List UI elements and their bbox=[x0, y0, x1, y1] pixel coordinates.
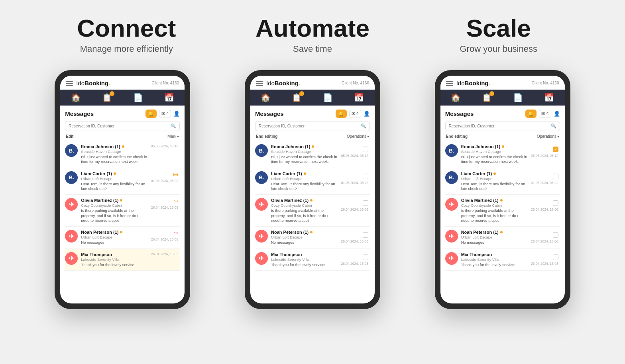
msg-checkbox[interactable] bbox=[553, 232, 558, 238]
table-row[interactable]: B. Emma Johnson (1) Seaside Haven Cottag… bbox=[255, 141, 370, 168]
filter-bell-3[interactable]: 🔔 bbox=[525, 110, 537, 118]
nav-calendar-2[interactable]: 📅 bbox=[354, 93, 364, 102]
nav-notifications-1[interactable]: 📋 + bbox=[102, 93, 112, 102]
filter-user-3[interactable]: 👤 bbox=[554, 111, 560, 117]
search-input-1[interactable] bbox=[69, 124, 171, 128]
table-row[interactable]: ✈ Mia Thompson Lakeside Serenity Villa T… bbox=[445, 249, 560, 271]
msg-checkbox-checked[interactable]: ✓ bbox=[553, 147, 558, 152]
filter-bell-2[interactable]: 🔔 bbox=[336, 110, 347, 118]
operations-label-2[interactable]: Operations ▾ bbox=[347, 134, 369, 139]
phones-row: IdoBooking. Client No. 4160 🏠 📋 + 📄 📅 Me… bbox=[33, 70, 592, 309]
msg-meta: 26.04.2024, 15:06 bbox=[340, 198, 368, 211]
nav-calendar-3[interactable]: 📅 bbox=[544, 93, 554, 102]
avatar: ✈ bbox=[255, 230, 268, 243]
table-row[interactable]: ✈ Olivia Martinez (1) Cozy Countryside C… bbox=[65, 195, 180, 227]
msg-list-1: B. Emma Johnson (1) Seaside Haven Cottag… bbox=[65, 141, 180, 271]
msg-checkbox[interactable] bbox=[363, 232, 368, 238]
edit-bar-2: End editing Operations ▾ bbox=[255, 134, 370, 139]
nav-messages-3[interactable]: 📄 bbox=[513, 93, 523, 102]
table-row[interactable]: ✈ Mia Thompson Lakeside Serenity Villa T… bbox=[65, 249, 180, 271]
end-editing-label-3[interactable]: End editing bbox=[446, 134, 468, 139]
msg-name-row: Olivia Martinez (1) bbox=[271, 198, 337, 203]
filter-mail-2[interactable]: ✉ 4 bbox=[349, 110, 361, 117]
table-row[interactable]: ✈ Noah Peterson (1) Urban Loft Escape No… bbox=[445, 227, 560, 249]
msg-checkbox[interactable] bbox=[363, 200, 368, 206]
automate-section-header: Automate Save time bbox=[220, 16, 406, 54]
table-row[interactable]: B. Emma Johnson (1) Seaside Haven Cottag… bbox=[65, 141, 180, 168]
logo-wrap-2: IdoBooking. bbox=[256, 80, 300, 86]
filter-mail-3[interactable]: ✉ 4 bbox=[539, 110, 551, 117]
table-row[interactable]: ✈ Olivia Martinez (1) Cozy Countryside C… bbox=[445, 195, 560, 227]
msg-dot bbox=[310, 199, 312, 202]
table-row[interactable]: B. Liam Carter (1) Urban Loft Escape Dea… bbox=[65, 168, 180, 195]
search-icon-1[interactable]: 🔍 bbox=[171, 123, 176, 129]
hamburger-icon-3[interactable] bbox=[446, 81, 453, 86]
search-icon-3[interactable]: 🔍 bbox=[551, 123, 556, 129]
search-icon-2[interactable]: 🔍 bbox=[361, 123, 366, 129]
hamburger-icon-1[interactable] bbox=[66, 81, 73, 86]
msg-name-row: Liam Carter (1) bbox=[461, 171, 527, 176]
filter-user-2[interactable]: 👤 bbox=[364, 111, 370, 117]
connect-section-header: Connect Manage more efficiently bbox=[33, 16, 220, 54]
enter-icon: ↪ bbox=[174, 198, 178, 204]
msg-content: Liam Carter (1) Urban Loft Escape Dear T… bbox=[271, 171, 337, 192]
bed-icon: 🛏 bbox=[173, 171, 178, 177]
msg-meta: ↪ 26.04.2024, 15:06 bbox=[150, 230, 178, 241]
edit-label-1[interactable]: Edit bbox=[66, 134, 73, 139]
msg-checkbox[interactable] bbox=[553, 174, 558, 179]
messages-filters-3: 🔔 ✉ 4 👤 bbox=[525, 110, 560, 118]
table-row[interactable]: ✈ Mia Thompson Lakeside Serenity Villa T… bbox=[255, 249, 370, 271]
table-row[interactable]: ✈ Noah Peterson (1) Urban Loft Escape No… bbox=[65, 227, 180, 249]
nav-notifications-3[interactable]: 📋 + bbox=[482, 93, 492, 102]
msg-checkbox[interactable] bbox=[553, 254, 558, 260]
msg-dot bbox=[310, 231, 312, 233]
filter-mail-1[interactable]: ✉ 4 bbox=[159, 110, 171, 117]
messages-title-1: Messages bbox=[65, 110, 94, 117]
msg-name-row: Noah Peterson (1) bbox=[81, 230, 147, 235]
table-row[interactable]: B. Liam Carter (1) Urban Loft Escape Dea… bbox=[255, 168, 370, 195]
scale-subheading: Grow your business bbox=[405, 44, 592, 54]
nav-calendar-1[interactable]: 📅 bbox=[164, 93, 174, 102]
nav-home-3[interactable]: 🏠 bbox=[451, 93, 461, 102]
filter-bell-1[interactable]: 🔔 bbox=[145, 110, 157, 118]
messages-title-3: Messages bbox=[445, 110, 474, 117]
avatar: ✈ bbox=[445, 230, 458, 243]
nav-messages-1[interactable]: 📄 bbox=[133, 93, 143, 102]
msg-checkbox[interactable] bbox=[363, 147, 368, 152]
avatar: ✈ bbox=[255, 252, 268, 265]
hamburger-icon-2[interactable] bbox=[256, 81, 263, 86]
header-row: Connect Manage more efficiently Automate… bbox=[33, 16, 592, 54]
operations-label-3[interactable]: Operations ▾ bbox=[537, 134, 559, 139]
search-bar-2: 🔍 bbox=[255, 121, 370, 131]
msg-checkbox[interactable] bbox=[363, 254, 368, 260]
nav-badge-3: + bbox=[489, 91, 494, 96]
filter-user-1[interactable]: 👤 bbox=[173, 111, 180, 117]
nav-notifications-2[interactable]: 📋 + bbox=[292, 93, 302, 102]
msg-name-row: Emma Johnson (1) bbox=[271, 144, 337, 149]
search-input-3[interactable] bbox=[449, 124, 551, 128]
avatar: B. bbox=[445, 171, 458, 184]
search-input-2[interactable] bbox=[259, 124, 361, 128]
enter-red-icon: ↪ bbox=[174, 230, 178, 236]
msg-checkbox[interactable] bbox=[553, 200, 558, 206]
msg-meta: 🛏 01.05.2024, 08:22 bbox=[150, 171, 178, 183]
table-row[interactable]: ✈ Noah Peterson (1) Urban Loft Escape No… bbox=[255, 227, 370, 249]
messages-header-2: Messages 🔔 ✉ 4 👤 bbox=[255, 110, 370, 118]
msg-meta: 26.04.2024, 15:03 bbox=[340, 252, 368, 266]
nav-home-2[interactable]: 🏠 bbox=[261, 93, 271, 102]
msg-meta: ✓ 05.05.2024, 08:12 bbox=[531, 144, 558, 158]
table-row[interactable]: B. Liam Carter (1) Urban Loft Escape Dea… bbox=[445, 168, 560, 195]
logo-wrap-1: IdoBooking. bbox=[66, 80, 110, 86]
mark-label-1[interactable]: Mark ▾ bbox=[167, 134, 179, 139]
msg-meta: 05.05.2024, 08:12 bbox=[340, 144, 368, 158]
msg-meta: 01.05.2024, 08:22 bbox=[340, 171, 368, 185]
msg-name-row: Emma Johnson (1) bbox=[461, 144, 527, 149]
table-row[interactable]: ✈ Olivia Martinez (1) Cozy Countryside C… bbox=[255, 195, 370, 227]
nav-home-1[interactable]: 🏠 bbox=[71, 93, 81, 102]
end-editing-label-2[interactable]: End editing bbox=[256, 134, 277, 139]
msg-checkbox[interactable] bbox=[363, 174, 368, 179]
msg-meta: 26.04.2024, 15:06 bbox=[531, 230, 558, 243]
avatar: B. bbox=[65, 144, 78, 157]
table-row[interactable]: B. Emma Johnson (1) Seaside Haven Cottag… bbox=[445, 141, 560, 168]
nav-messages-2[interactable]: 📄 bbox=[323, 93, 333, 102]
